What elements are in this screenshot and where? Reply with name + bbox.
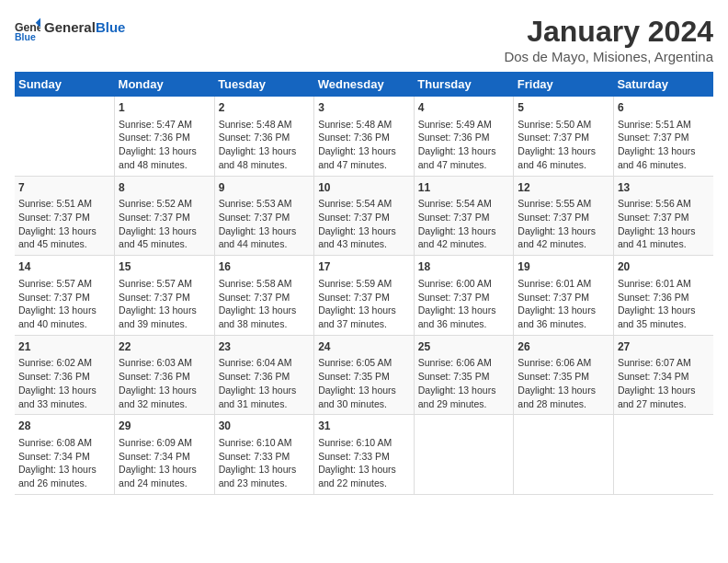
day-number: 12 <box>518 180 609 196</box>
calendar-cell: 18Sunrise: 6:00 AMSunset: 7:37 PMDayligh… <box>414 256 514 336</box>
calendar-cell: 2Sunrise: 5:48 AMSunset: 7:36 PMDaylight… <box>214 97 314 176</box>
day-number: 4 <box>418 100 510 116</box>
day-info: Sunrise: 6:06 AMSunset: 7:35 PMDaylight:… <box>518 356 609 410</box>
day-info: Sunrise: 5:52 AMSunset: 7:37 PMDaylight:… <box>119 197 210 251</box>
calendar-week-row: 21Sunrise: 6:02 AMSunset: 7:36 PMDayligh… <box>15 335 713 415</box>
calendar-cell <box>514 415 614 495</box>
calendar-cell: 30Sunrise: 6:10 AMSunset: 7:33 PMDayligh… <box>214 415 314 495</box>
day-number: 13 <box>618 180 710 196</box>
calendar-header: SundayMondayTuesdayWednesdayThursdayFrid… <box>15 72 713 97</box>
day-info: Sunrise: 6:07 AMSunset: 7:34 PMDaylight:… <box>618 356 710 410</box>
header: General Blue GeneralBlue January 2024 Do… <box>15 15 713 64</box>
day-info: Sunrise: 6:01 AMSunset: 7:36 PMDaylight:… <box>618 277 710 331</box>
day-number: 16 <box>219 259 311 275</box>
day-info: Sunrise: 5:48 AMSunset: 7:36 PMDaylight:… <box>219 118 311 172</box>
calendar-cell: 19Sunrise: 6:01 AMSunset: 7:37 PMDayligh… <box>514 256 614 336</box>
calendar-cell <box>15 97 115 176</box>
day-info: Sunrise: 5:55 AMSunset: 7:37 PMDaylight:… <box>518 197 609 251</box>
weekday-header: Friday <box>514 72 614 97</box>
logo-general: General <box>44 19 96 35</box>
day-info: Sunrise: 5:57 AMSunset: 7:37 PMDaylight:… <box>119 277 210 331</box>
calendar-cell: 8Sunrise: 5:52 AMSunset: 7:37 PMDaylight… <box>115 176 215 256</box>
day-info: Sunrise: 6:04 AMSunset: 7:36 PMDaylight:… <box>219 356 311 410</box>
day-info: Sunrise: 6:08 AMSunset: 7:34 PMDaylight:… <box>18 436 110 490</box>
day-number: 5 <box>518 100 609 116</box>
calendar-body: 1Sunrise: 5:47 AMSunset: 7:36 PMDaylight… <box>15 97 713 494</box>
day-info: Sunrise: 6:10 AMSunset: 7:33 PMDaylight:… <box>219 436 311 490</box>
weekday-header: Saturday <box>613 72 713 97</box>
day-number: 20 <box>618 259 710 275</box>
day-info: Sunrise: 5:57 AMSunset: 7:37 PMDaylight:… <box>18 277 110 331</box>
day-info: Sunrise: 5:50 AMSunset: 7:37 PMDaylight:… <box>518 118 609 172</box>
day-number: 6 <box>618 100 710 116</box>
calendar-cell <box>414 415 514 495</box>
day-number: 26 <box>518 339 609 355</box>
calendar-cell: 29Sunrise: 6:09 AMSunset: 7:34 PMDayligh… <box>115 415 215 495</box>
day-number: 28 <box>18 419 110 434</box>
calendar-cell: 31Sunrise: 6:10 AMSunset: 7:33 PMDayligh… <box>314 415 415 495</box>
calendar-week-row: 14Sunrise: 5:57 AMSunset: 7:37 PMDayligh… <box>15 256 713 336</box>
day-number: 11 <box>418 180 510 196</box>
day-info: Sunrise: 6:01 AMSunset: 7:37 PMDaylight:… <box>518 277 609 331</box>
day-info: Sunrise: 5:47 AMSunset: 7:36 PMDaylight:… <box>119 118 210 172</box>
day-info: Sunrise: 5:49 AMSunset: 7:36 PMDaylight:… <box>418 118 510 172</box>
day-number: 7 <box>18 180 110 196</box>
calendar-cell: 28Sunrise: 6:08 AMSunset: 7:34 PMDayligh… <box>15 415 115 495</box>
day-info: Sunrise: 5:53 AMSunset: 7:37 PMDaylight:… <box>219 197 311 251</box>
day-info: Sunrise: 5:58 AMSunset: 7:37 PMDaylight:… <box>219 277 311 331</box>
calendar-cell: 6Sunrise: 5:51 AMSunset: 7:37 PMDaylight… <box>613 97 713 176</box>
calendar-week-row: 7Sunrise: 5:51 AMSunset: 7:37 PMDaylight… <box>15 176 713 256</box>
day-number: 24 <box>318 339 410 355</box>
calendar-cell: 11Sunrise: 5:54 AMSunset: 7:37 PMDayligh… <box>414 176 514 256</box>
day-info: Sunrise: 5:48 AMSunset: 7:36 PMDaylight:… <box>318 118 410 172</box>
day-info: Sunrise: 5:51 AMSunset: 7:37 PMDaylight:… <box>618 118 710 172</box>
day-number: 3 <box>318 100 410 116</box>
day-number: 29 <box>119 419 210 434</box>
calendar-cell: 22Sunrise: 6:03 AMSunset: 7:36 PMDayligh… <box>115 335 215 415</box>
main-title: January 2024 <box>504 15 713 49</box>
title-area: January 2024 Dos de Mayo, Misiones, Arge… <box>504 15 713 64</box>
calendar-cell: 24Sunrise: 6:05 AMSunset: 7:35 PMDayligh… <box>314 335 415 415</box>
calendar-cell: 16Sunrise: 5:58 AMSunset: 7:37 PMDayligh… <box>214 256 314 336</box>
calendar-cell: 15Sunrise: 5:57 AMSunset: 7:37 PMDayligh… <box>115 256 215 336</box>
day-number: 19 <box>518 259 609 275</box>
day-number: 9 <box>219 180 311 196</box>
day-number: 1 <box>119 100 210 116</box>
day-number: 27 <box>618 339 710 355</box>
day-number: 25 <box>418 339 510 355</box>
logo-blue: Blue <box>96 19 126 35</box>
calendar-cell: 21Sunrise: 6:02 AMSunset: 7:36 PMDayligh… <box>15 335 115 415</box>
calendar-cell: 23Sunrise: 6:04 AMSunset: 7:36 PMDayligh… <box>214 335 314 415</box>
weekday-header: Wednesday <box>314 72 415 97</box>
calendar-cell: 10Sunrise: 5:54 AMSunset: 7:37 PMDayligh… <box>314 176 415 256</box>
weekday-header: Sunday <box>15 72 115 97</box>
day-info: Sunrise: 6:09 AMSunset: 7:34 PMDaylight:… <box>119 436 210 490</box>
calendar-cell: 25Sunrise: 6:06 AMSunset: 7:35 PMDayligh… <box>414 335 514 415</box>
weekday-header: Thursday <box>414 72 514 97</box>
calendar-cell: 1Sunrise: 5:47 AMSunset: 7:36 PMDaylight… <box>115 97 215 176</box>
calendar-cell: 4Sunrise: 5:49 AMSunset: 7:36 PMDaylight… <box>414 97 514 176</box>
calendar-cell: 14Sunrise: 5:57 AMSunset: 7:37 PMDayligh… <box>15 256 115 336</box>
day-info: Sunrise: 6:02 AMSunset: 7:36 PMDaylight:… <box>18 356 110 410</box>
calendar-table: SundayMondayTuesdayWednesdayThursdayFrid… <box>15 72 713 495</box>
day-info: Sunrise: 5:54 AMSunset: 7:37 PMDaylight:… <box>318 197 410 251</box>
day-info: Sunrise: 5:54 AMSunset: 7:37 PMDaylight:… <box>418 197 510 251</box>
weekday-row: SundayMondayTuesdayWednesdayThursdayFrid… <box>15 72 713 97</box>
day-number: 8 <box>119 180 210 196</box>
calendar-cell: 17Sunrise: 5:59 AMSunset: 7:37 PMDayligh… <box>314 256 415 336</box>
day-number: 18 <box>418 259 510 275</box>
svg-text:Blue: Blue <box>15 31 36 40</box>
logo: General Blue GeneralBlue <box>15 15 125 40</box>
day-info: Sunrise: 6:05 AMSunset: 7:35 PMDaylight:… <box>318 356 410 410</box>
calendar-cell: 9Sunrise: 5:53 AMSunset: 7:37 PMDaylight… <box>214 176 314 256</box>
calendar-cell: 26Sunrise: 6:06 AMSunset: 7:35 PMDayligh… <box>514 335 614 415</box>
day-info: Sunrise: 6:00 AMSunset: 7:37 PMDaylight:… <box>418 277 510 331</box>
day-number: 2 <box>219 100 311 116</box>
calendar-cell: 12Sunrise: 5:55 AMSunset: 7:37 PMDayligh… <box>514 176 614 256</box>
day-number: 31 <box>318 419 410 434</box>
calendar-cell: 20Sunrise: 6:01 AMSunset: 7:36 PMDayligh… <box>613 256 713 336</box>
day-number: 30 <box>219 419 311 434</box>
day-number: 17 <box>318 259 410 275</box>
day-number: 14 <box>18 259 110 275</box>
calendar-cell: 7Sunrise: 5:51 AMSunset: 7:37 PMDaylight… <box>15 176 115 256</box>
